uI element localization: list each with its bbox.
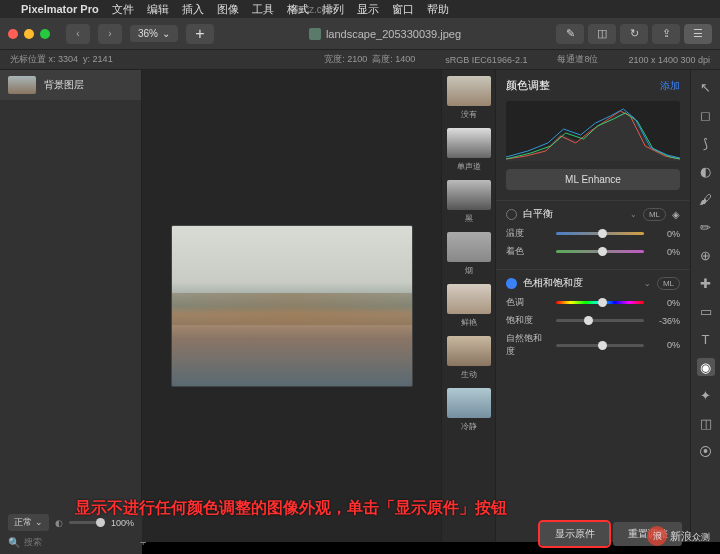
- eyedropper-tool-icon[interactable]: ⦿: [697, 442, 715, 460]
- canvas-image: [172, 226, 412, 386]
- panels-button[interactable]: ☰: [684, 24, 712, 44]
- zoom-select[interactable]: 36%⌄: [130, 25, 178, 42]
- window-controls: [8, 29, 50, 39]
- adjustments-title: 颜色调整: [506, 78, 550, 93]
- toolbar: ‹ › 36%⌄ + landscape_205330039.jpeg ✎ ◫ …: [0, 18, 720, 50]
- pen-tool-button[interactable]: ✎: [556, 24, 584, 44]
- annotation-text: 显示不进行任何颜色调整的图像外观，单击「显示原件」按钮: [75, 498, 507, 519]
- menu-image[interactable]: 图像: [217, 2, 239, 17]
- preset-none[interactable]: 没有: [446, 76, 491, 120]
- close-icon[interactable]: [8, 29, 18, 39]
- shape-tool-icon[interactable]: ▭: [697, 302, 715, 320]
- watermark: 浪 新浪众测: [647, 526, 710, 546]
- heal-tool-icon[interactable]: ✚: [697, 274, 715, 292]
- saturation-slider[interactable]: [556, 319, 644, 322]
- hue-saturation-section: 色相和饱和度 ⌄ ML 色调 0% 饱和度 -36% 自然饱和度 0%: [496, 269, 690, 369]
- hue-slider[interactable]: [556, 301, 644, 304]
- preset-calm[interactable]: 冷静: [446, 388, 491, 432]
- minimize-icon[interactable]: [24, 29, 34, 39]
- status-bar: 光标位置 x: 3304 y: 2141 宽度: 2100 高度: 1400 s…: [0, 50, 720, 70]
- canvas[interactable]: [142, 70, 441, 542]
- nav-back-button[interactable]: ‹: [66, 24, 90, 44]
- lasso-tool-icon[interactable]: ⟆: [697, 134, 715, 152]
- tint-slider[interactable]: [556, 250, 644, 253]
- menu-tools[interactable]: 工具: [252, 2, 274, 17]
- text-tool-icon[interactable]: T: [697, 330, 715, 348]
- menubar: Pixelmator Pro 文件 编辑 插入 图像 工具 格式 排列 显示 窗…: [0, 0, 720, 18]
- menu-view[interactable]: 显示: [357, 2, 379, 17]
- white-balance-section: 白平衡 ⌄ ML ◈ 温度 0% 着色 0%: [496, 200, 690, 269]
- tools-sidebar: ↖ ◻ ⟆ ◐ 🖌 ✏ ⊕ ✚ ▭ T ◉ ✦ ◫ ⦿: [690, 70, 720, 542]
- preset-vivid[interactable]: 鲜艳: [446, 284, 491, 328]
- opacity-icon: ◐: [55, 518, 63, 528]
- preset-smoke[interactable]: 烟: [446, 232, 491, 276]
- arrow-tool-icon[interactable]: ↖: [697, 78, 715, 96]
- app-name[interactable]: Pixelmator Pro: [21, 3, 99, 15]
- menu-window[interactable]: 窗口: [392, 2, 414, 17]
- color-adjust-tool-icon[interactable]: ◉: [697, 358, 715, 376]
- selection-tool-icon[interactable]: ◻: [697, 106, 715, 124]
- wb-eyedropper-icon[interactable]: ◈: [672, 209, 680, 220]
- menu-edit[interactable]: 编辑: [147, 2, 169, 17]
- maximize-icon[interactable]: [40, 29, 50, 39]
- add-button[interactable]: +: [186, 24, 214, 44]
- crop-tool-button[interactable]: ◫: [588, 24, 616, 44]
- search-input[interactable]: [24, 537, 136, 547]
- preset-mono[interactable]: 单声道: [446, 128, 491, 172]
- clone-tool-icon[interactable]: ⊕: [697, 246, 715, 264]
- preset-vital[interactable]: 生动: [446, 336, 491, 380]
- rotate-button[interactable]: ↻: [620, 24, 648, 44]
- chevron-down-icon: ⌄: [162, 28, 170, 39]
- adjustments-panel: 颜色调整 添加 ML Enhance 白平衡 ⌄ ML ◈ 温度: [495, 70, 690, 542]
- document-icon: [309, 28, 321, 40]
- ml-enhance-button[interactable]: ML Enhance: [506, 169, 680, 190]
- watermark-top: Macz.com: [290, 4, 336, 15]
- show-original-button[interactable]: 显示原件: [540, 522, 609, 546]
- layer-search[interactable]: 🔍 +: [8, 536, 134, 548]
- preset-thumbnails: 没有 单声道 黑 烟 鲜艳 生动 冷静: [441, 70, 495, 542]
- histogram: [506, 101, 680, 161]
- eraser-tool-icon[interactable]: ✏: [697, 218, 715, 236]
- wb-toggle[interactable]: [506, 209, 517, 220]
- menu-file[interactable]: 文件: [112, 2, 134, 17]
- temperature-slider[interactable]: [556, 232, 644, 235]
- hsb-toggle[interactable]: [506, 278, 517, 289]
- opacity-slider[interactable]: ◐ 100%: [55, 518, 134, 528]
- layers-panel: 背景图层 正常 ⌄ ◐ 100% 🔍 +: [0, 70, 142, 542]
- effects-tool-icon[interactable]: ✦: [697, 386, 715, 404]
- preset-black[interactable]: 黑: [446, 180, 491, 224]
- layer-thumbnail: [8, 76, 36, 94]
- gradient-tool-icon[interactable]: ◐: [697, 162, 715, 180]
- brush-tool-icon[interactable]: 🖌: [697, 190, 715, 208]
- chevron-down-icon[interactable]: ⌄: [644, 279, 651, 288]
- crop-tool-icon[interactable]: ◫: [697, 414, 715, 432]
- document-title: landscape_205330039.jpeg: [222, 28, 548, 40]
- chevron-down-icon[interactable]: ⌄: [630, 210, 637, 219]
- blend-mode-select[interactable]: 正常 ⌄: [8, 514, 49, 531]
- nav-forward-button[interactable]: ›: [98, 24, 122, 44]
- wb-ml-button[interactable]: ML: [643, 208, 666, 221]
- add-adjustment-button[interactable]: 添加: [660, 79, 680, 93]
- vibrance-slider[interactable]: [556, 344, 644, 347]
- menu-insert[interactable]: 插入: [182, 2, 204, 17]
- menu-help[interactable]: 帮助: [427, 2, 449, 17]
- share-button[interactable]: ⇪: [652, 24, 680, 44]
- search-icon: 🔍: [8, 537, 20, 548]
- hsb-ml-button[interactable]: ML: [657, 277, 680, 290]
- sina-logo-icon: 浪: [647, 526, 667, 546]
- layer-background[interactable]: 背景图层: [0, 70, 141, 100]
